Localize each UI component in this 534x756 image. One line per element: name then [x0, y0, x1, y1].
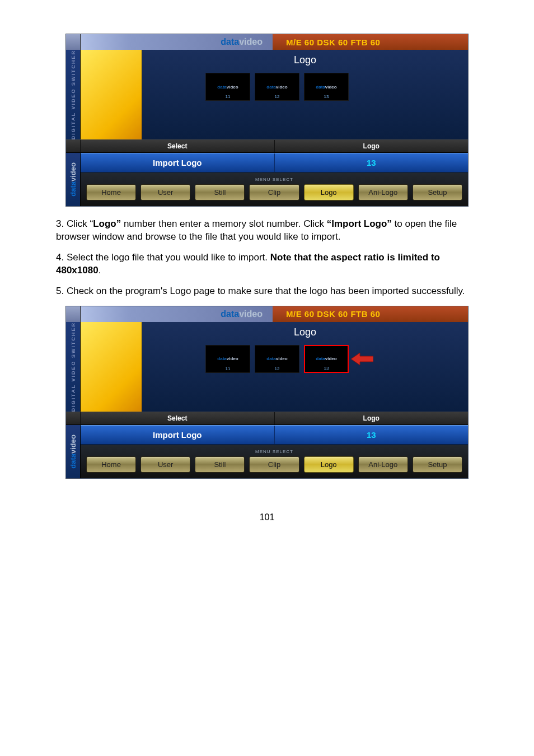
main-row: DIGITAL VIDEO SWITCHER Logo datavideo 11… [66, 50, 468, 139]
preview-title: Logo [294, 54, 316, 66]
vertical-strip-text: DIGITAL VIDEO SWITCHER [71, 322, 76, 412]
vertical-brand-text: datavideo [69, 435, 77, 469]
topbar-brand-area: datavideo [81, 34, 273, 50]
preview-title: Logo [294, 326, 316, 338]
brand-part-2: video [239, 37, 263, 46]
instruction-step-3: 3. Click “Logo” number then enter a memo… [56, 218, 478, 244]
instruction-step-4: 4. Select the logo file that you would l… [56, 251, 478, 277]
logo-thumb-11[interactable]: datavideo 11 [205, 73, 250, 101]
menu-setup[interactable]: Setup [413, 184, 462, 200]
thumb-row: datavideo 11 datavideo 12 datavideo 13 [205, 73, 349, 101]
logo-slot-number[interactable]: 13 [275, 153, 469, 172]
menu-select-label: MENU SELECT [86, 449, 462, 454]
thumb-logo: datavideo [217, 85, 238, 90]
menu-logo[interactable]: Logo [304, 184, 354, 200]
top-status-bar: M/E 60 DSK 60 FTB 60 [273, 34, 468, 50]
screenshot-1: datavideo M/E 60 DSK 60 FTB 60 DIGITAL V… [65, 34, 469, 207]
thumb-row: datavideo 11 datavideo 12 datavideo 13 [205, 345, 349, 373]
vertical-brand-text: datavideo [69, 162, 77, 197]
logo-preview-area: Logo datavideo 11 datavideo 12 datavideo… [142, 50, 468, 139]
brand-part-2: video [239, 309, 263, 319]
top-status-text: M/E 60 DSK 60 FTB 60 [286, 38, 380, 47]
topbar-brand-area: datavideo [81, 306, 273, 322]
thumb-number: 13 [324, 94, 329, 99]
menu-home[interactable]: Home [86, 456, 136, 473]
menu-home[interactable]: Home [86, 184, 136, 200]
menu-user[interactable]: User [140, 456, 190, 473]
blue-action-row: Import Logo 13 [81, 153, 468, 172]
top-bar: datavideo M/E 60 DSK 60 FTB 60 [66, 306, 468, 322]
import-logo-button[interactable]: Import Logo [81, 426, 275, 444]
svg-marker-0 [351, 353, 373, 365]
menu-ani-logo[interactable]: Ani-Logo [358, 184, 408, 200]
topbar-corner [66, 34, 81, 50]
bottom-section: datavideo Import Logo 13 MENU SELECT Hom… [66, 153, 468, 206]
labels-row: Select Logo [66, 139, 468, 153]
label-select: Select [81, 412, 275, 424]
menu-clip[interactable]: Clip [249, 184, 299, 200]
menu-row: Home User Still Clip Logo Ani-Logo Setup [86, 184, 462, 200]
thumb-number: 11 [226, 366, 231, 371]
menu-logo[interactable]: Logo [304, 456, 354, 473]
menu-still[interactable]: Still [195, 456, 245, 473]
vertical-strip-left: DIGITAL VIDEO SWITCHER [66, 322, 81, 412]
yellow-panel [81, 322, 142, 412]
menu-select-area: MENU SELECT Home User Still Clip Logo An… [81, 445, 468, 478]
topbar-corner [66, 306, 81, 322]
vertical-brand-strip: datavideo [66, 425, 81, 478]
page-number: 101 [56, 512, 478, 522]
brand-logo: datavideo [221, 37, 263, 47]
label-logo: Logo [275, 412, 469, 424]
thumb-logo: datavideo [316, 356, 336, 361]
logo-slot-number[interactable]: 13 [275, 426, 469, 444]
arrow-left-icon [351, 352, 373, 366]
main-row: DIGITAL VIDEO SWITCHER Logo datavideo 11… [66, 322, 468, 412]
vertical-strip-left: DIGITAL VIDEO SWITCHER [66, 50, 81, 139]
brand-part-1: data [221, 37, 239, 46]
top-status-text: M/E 60 DSK 60 FTB 60 [286, 309, 380, 319]
bottom-right-col: Import Logo 13 MENU SELECT Home User Sti… [81, 425, 468, 478]
menu-setup[interactable]: Setup [413, 456, 462, 473]
screenshot-2: datavideo M/E 60 DSK 60 FTB 60 DIGITAL V… [65, 306, 469, 479]
brand-logo: datavideo [221, 309, 263, 319]
menu-user[interactable]: User [140, 184, 190, 200]
thumb-number: 13 [324, 366, 329, 371]
import-logo-button[interactable]: Import Logo [81, 153, 275, 172]
logo-thumb-13[interactable]: datavideo 13 [304, 73, 349, 101]
brand-part-1: data [221, 309, 239, 319]
thumb-logo: datavideo [266, 85, 287, 90]
bottom-right-col: Import Logo 13 MENU SELECT Home User Sti… [81, 153, 468, 206]
menu-select-area: MENU SELECT Home User Still Clip Logo An… [81, 172, 468, 206]
top-bar: datavideo M/E 60 DSK 60 FTB 60 [66, 34, 468, 50]
instruction-step-5: 5. Check on the program's Logo page to m… [56, 285, 478, 298]
logo-thumb-11[interactable]: datavideo 11 [205, 345, 250, 373]
thumb-logo: datavideo [266, 356, 287, 361]
blue-action-row: Import Logo 13 [81, 425, 468, 445]
menu-still[interactable]: Still [195, 184, 245, 200]
label-select: Select [81, 140, 275, 152]
bottom-section: datavideo Import Logo 13 MENU SELECT Hom… [66, 425, 468, 478]
menu-ani-logo[interactable]: Ani-Logo [358, 456, 408, 473]
thumb-number: 12 [275, 94, 280, 99]
menu-row: Home User Still Clip Logo Ani-Logo Setup [86, 456, 462, 473]
thumb-logo: datavideo [217, 356, 238, 361]
thumb-number: 12 [275, 366, 280, 371]
top-status-bar: M/E 60 DSK 60 FTB 60 [273, 306, 468, 322]
thumb-number: 11 [226, 94, 231, 99]
menu-clip[interactable]: Clip [249, 456, 299, 473]
yellow-panel [81, 50, 142, 139]
label-spacer [66, 140, 81, 152]
labels-row: Select Logo [66, 412, 468, 425]
vertical-strip-text: DIGITAL VIDEO SWITCHER [71, 50, 76, 139]
logo-thumb-12[interactable]: datavideo 12 [255, 345, 299, 373]
logo-thumb-12[interactable]: datavideo 12 [255, 73, 299, 101]
thumb-logo: datavideo [316, 85, 336, 90]
label-logo: Logo [275, 140, 469, 152]
label-spacer [66, 412, 81, 424]
menu-select-label: MENU SELECT [86, 177, 462, 182]
vertical-brand-strip: datavideo [66, 153, 81, 206]
logo-thumb-13-highlighted[interactable]: datavideo 13 [304, 345, 349, 373]
logo-preview-area: Logo datavideo 11 datavideo 12 datavideo… [142, 322, 468, 412]
